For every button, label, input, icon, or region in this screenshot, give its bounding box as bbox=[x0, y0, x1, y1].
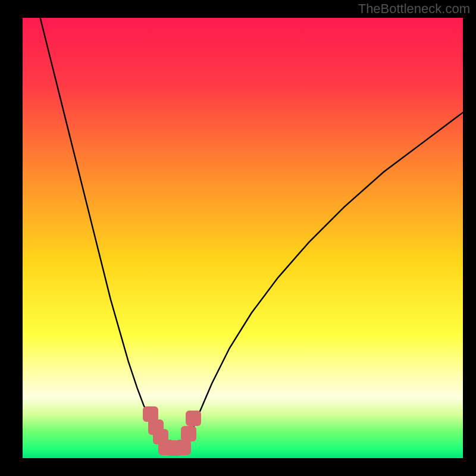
highlight-marker bbox=[181, 426, 196, 441]
highlight-marker bbox=[186, 411, 201, 426]
left-branch-path bbox=[40, 18, 166, 449]
plot-area bbox=[23, 18, 463, 458]
right-branch-path bbox=[183, 112, 463, 449]
highlight-marker bbox=[176, 440, 191, 455]
chart-root: TheBottleneck.com bbox=[0, 0, 476, 476]
watermark-text: TheBottleneck.com bbox=[358, 1, 470, 17]
curve-layer bbox=[23, 18, 463, 458]
